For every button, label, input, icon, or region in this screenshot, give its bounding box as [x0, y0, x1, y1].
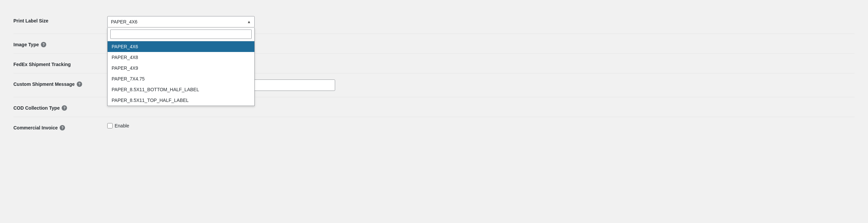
custom-shipment-message-help-icon[interactable]: ? — [77, 82, 82, 87]
option-paper-7x4[interactable]: PAPER_7X4.75 — [107, 74, 254, 84]
print-label-size-label: Print Label Size — [13, 16, 107, 24]
print-label-size-field: PAPER_4X6 ▲ PAPER_4X6 PAPER_4X8 PAPER_4X… — [107, 16, 855, 28]
image-type-help-icon[interactable]: ? — [41, 42, 46, 47]
option-paper-4x8[interactable]: PAPER_4X8 — [107, 52, 254, 63]
custom-shipment-message-label: Custom Shipment Message ? — [13, 80, 107, 87]
commercial-invoice-text: Commercial Invoice — [13, 125, 58, 131]
image-type-text: Image Type — [13, 42, 39, 47]
print-label-size-dropdown: PAPER_4X6 PAPER_4X8 PAPER_4X9 PAPER_7X4.… — [107, 28, 255, 106]
commercial-invoice-help-icon[interactable]: ? — [60, 125, 65, 131]
commercial-invoice-field: Enable — [107, 123, 855, 129]
commercial-invoice-checkbox-label[interactable]: Enable — [107, 123, 129, 129]
image-type-label: Image Type ? — [13, 40, 107, 47]
commercial-invoice-checkbox[interactable] — [107, 123, 113, 129]
option-paper-4x6[interactable]: PAPER_4X6 — [107, 41, 254, 52]
print-label-size-row: Print Label Size PAPER_4X6 ▲ PAPER_4X6 P… — [13, 10, 855, 34]
print-label-size-text: Print Label Size — [13, 18, 48, 24]
option-paper-4x9[interactable]: PAPER_4X9 — [107, 63, 254, 74]
commercial-invoice-row: Commercial Invoice ? Enable — [13, 117, 855, 137]
chevron-up-icon: ▲ — [247, 20, 251, 24]
option-paper-bottom-half[interactable]: PAPER_8.5X11_BOTTOM_HALF_LABEL — [107, 84, 254, 95]
fedex-shipment-tracking-label: FedEx Shipment Tracking — [13, 60, 107, 67]
cod-collection-type-text: COD Collection Type — [13, 105, 60, 111]
settings-form: Print Label Size PAPER_4X6 ▲ PAPER_4X6 P… — [13, 10, 855, 137]
fedex-shipment-tracking-text: FedEx Shipment Tracking — [13, 62, 71, 67]
custom-shipment-message-text: Custom Shipment Message — [13, 82, 75, 87]
commercial-invoice-enable-text: Enable — [115, 123, 129, 129]
option-paper-top-half[interactable]: PAPER_8.5X11_TOP_HALF_LABEL — [107, 95, 254, 106]
commercial-invoice-label: Commercial Invoice ? — [13, 123, 107, 131]
cod-collection-type-label: COD Collection Type ? — [13, 103, 107, 111]
dropdown-search-wrapper — [107, 28, 254, 41]
print-label-size-select[interactable]: PAPER_4X6 ▲ — [107, 16, 255, 28]
print-label-size-value: PAPER_4X6 — [111, 19, 137, 25]
cod-collection-type-help-icon[interactable]: ? — [62, 105, 67, 111]
dropdown-search-input[interactable] — [110, 29, 252, 39]
print-label-size-select-wrapper: PAPER_4X6 ▲ PAPER_4X6 PAPER_4X8 PAPER_4X… — [107, 16, 255, 28]
